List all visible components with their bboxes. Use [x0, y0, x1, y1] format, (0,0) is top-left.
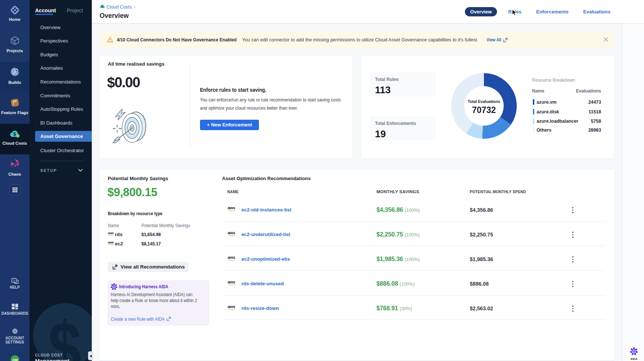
svg-text:?: ? — [13, 279, 15, 282]
svg-text:AM: AM — [12, 358, 18, 361]
svg-text:$: $ — [13, 131, 16, 137]
